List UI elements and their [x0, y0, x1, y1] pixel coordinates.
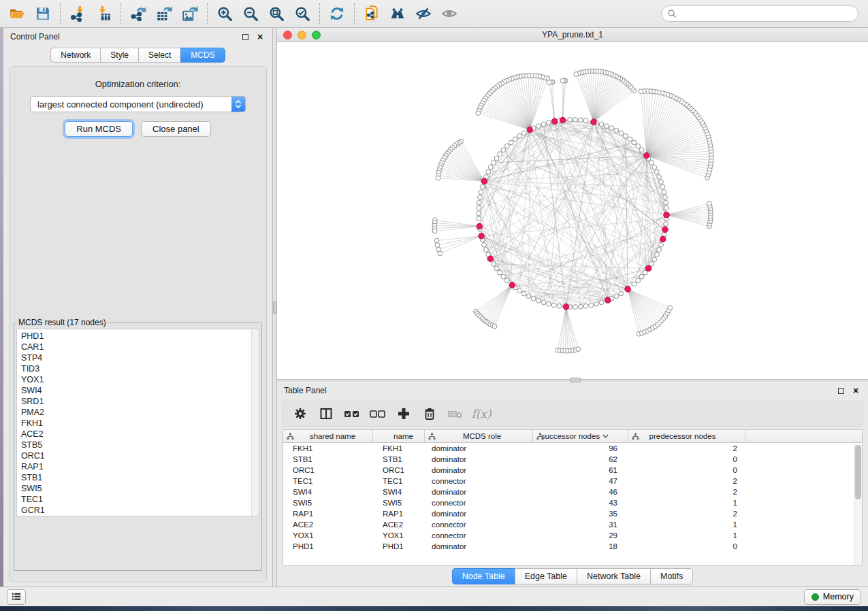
delete-column-button[interactable]	[418, 403, 441, 424]
network-node[interactable]	[594, 301, 599, 306]
table-cell[interactable]: FKH1	[283, 443, 373, 454]
network-node[interactable]	[504, 144, 509, 148]
column-header-name[interactable]: name	[373, 430, 425, 442]
function-builder-button[interactable]: f(x)	[470, 403, 493, 424]
network-node[interactable]	[568, 117, 573, 122]
table-cell[interactable]: STB1	[373, 454, 425, 465]
table-row[interactable]: SWI5SWI5connector431	[283, 497, 862, 508]
zoom-selected-button[interactable]	[289, 2, 315, 25]
network-hub-node[interactable]	[625, 286, 631, 293]
network-node[interactable]	[632, 282, 637, 286]
mcds-result-item[interactable]: STB1	[21, 472, 259, 483]
column-header-successor-nodes[interactable]: successor nodes	[533, 430, 628, 442]
tab-select[interactable]: Select	[138, 48, 180, 63]
network-edge[interactable]	[481, 285, 512, 317]
network-hub-node[interactable]	[605, 297, 611, 303]
network-hub-node[interactable]	[660, 236, 666, 242]
network-node[interactable]	[614, 294, 619, 299]
mcds-result-item[interactable]: TID3	[21, 363, 259, 374]
table-cell[interactable]: connector	[425, 497, 533, 508]
deselect-all-rows-button[interactable]	[366, 403, 389, 424]
table-cell[interactable]: FKH1	[373, 443, 425, 454]
network-leaf-node[interactable]	[574, 72, 579, 77]
network-node[interactable]	[517, 288, 522, 293]
network-node[interactable]	[660, 184, 665, 189]
network-edge[interactable]	[484, 181, 657, 254]
table-row[interactable]: YOX1YOX1connector291	[283, 530, 862, 541]
table-scrollbar-thumb[interactable]	[855, 445, 861, 499]
table-cell[interactable]: ACE2	[283, 519, 373, 530]
table-cell[interactable]: STB1	[283, 454, 373, 465]
network-node[interactable]	[492, 161, 496, 165]
network-node[interactable]	[657, 175, 662, 180]
zoom-fit-button[interactable]	[263, 2, 289, 25]
network-node[interactable]	[662, 190, 666, 195]
network-node[interactable]	[583, 303, 588, 308]
network-node[interactable]	[664, 222, 669, 227]
column-header-MCDS-role[interactable]: MCDS role	[425, 430, 533, 442]
network-leaf-node[interactable]	[668, 306, 673, 310]
table-cell[interactable]: PHD1	[283, 541, 373, 552]
table-row[interactable]: TEC1TEC1connector472	[283, 476, 862, 486]
network-edge[interactable]	[594, 76, 614, 122]
table-cell[interactable]: SWI4	[373, 486, 425, 497]
network-leaf-node[interactable]	[434, 238, 439, 243]
tab-mcds[interactable]: MCDS	[180, 48, 225, 63]
criterion-select[interactable]: largest connected component (undirected)	[30, 96, 246, 112]
mcds-result-item[interactable]: FKH1	[21, 418, 259, 429]
show-graphics-details-button[interactable]	[436, 2, 462, 25]
network-node[interactable]	[599, 300, 604, 305]
network-node[interactable]	[477, 205, 481, 210]
delete-table-button[interactable]	[444, 403, 467, 424]
tab-style[interactable]: Style	[100, 48, 138, 63]
table-cell[interactable]: 1	[628, 530, 745, 541]
table-row[interactable]: SWI4SWI4dominator462	[283, 486, 862, 497]
network-node[interactable]	[664, 200, 669, 205]
save-session-button[interactable]	[30, 2, 56, 25]
network-edge[interactable]	[477, 285, 512, 314]
network-edge[interactable]	[515, 78, 530, 130]
network-node[interactable]	[619, 131, 624, 135]
table-cell[interactable]: ACE2	[373, 519, 425, 530]
table-cell[interactable]: 31	[533, 519, 628, 530]
network-node[interactable]	[657, 248, 662, 252]
network-node[interactable]	[619, 291, 624, 296]
network-hub-node[interactable]	[645, 265, 652, 271]
tab-network-table[interactable]: Network Table	[577, 568, 650, 584]
network-node[interactable]	[639, 274, 644, 279]
table-cell[interactable]: dominator	[425, 465, 533, 476]
table-cell[interactable]: connector	[425, 519, 533, 530]
network-node[interactable]	[624, 133, 628, 138]
mcds-result-item[interactable]: SRD1	[21, 396, 259, 407]
network-hub-node[interactable]	[487, 256, 494, 262]
table-cell[interactable]: SWI5	[283, 497, 373, 508]
network-node[interactable]	[547, 120, 551, 125]
network-node[interactable]	[480, 184, 485, 189]
horizontal-splitter[interactable]	[277, 380, 868, 382]
table-cell[interactable]: 35	[533, 508, 628, 519]
network-hub-node[interactable]	[481, 178, 487, 184]
network-node[interactable]	[517, 133, 522, 138]
network-node[interactable]	[536, 298, 541, 303]
network-node[interactable]	[531, 296, 536, 301]
network-hub-node[interactable]	[509, 282, 515, 288]
memory-button[interactable]: Memory	[804, 589, 861, 605]
table-panel-close-button[interactable]: ×	[850, 385, 861, 396]
mcds-result-item[interactable]: YOX1	[21, 374, 259, 385]
mcds-list-scrollbar[interactable]	[251, 329, 259, 516]
network-edge[interactable]	[434, 227, 479, 229]
tab-network[interactable]: Network	[50, 48, 100, 63]
network-node[interactable]	[501, 274, 506, 279]
table-row[interactable]: RAP1RAP1dominator352	[283, 508, 862, 519]
network-edge[interactable]	[594, 82, 625, 122]
table-row[interactable]: FKH1FKH1dominator962	[283, 443, 862, 454]
table-cell[interactable]: SWI5	[373, 497, 425, 508]
network-edge[interactable]	[484, 285, 512, 320]
table-cell[interactable]: 0	[628, 465, 745, 476]
export-table-button[interactable]	[151, 2, 177, 25]
network-node[interactable]	[649, 161, 654, 165]
network-edge[interactable]	[440, 236, 481, 254]
network-edge[interactable]	[438, 236, 482, 245]
mcds-result-item[interactable]: CAR1	[21, 342, 259, 352]
network-hub-node[interactable]	[664, 212, 670, 218]
